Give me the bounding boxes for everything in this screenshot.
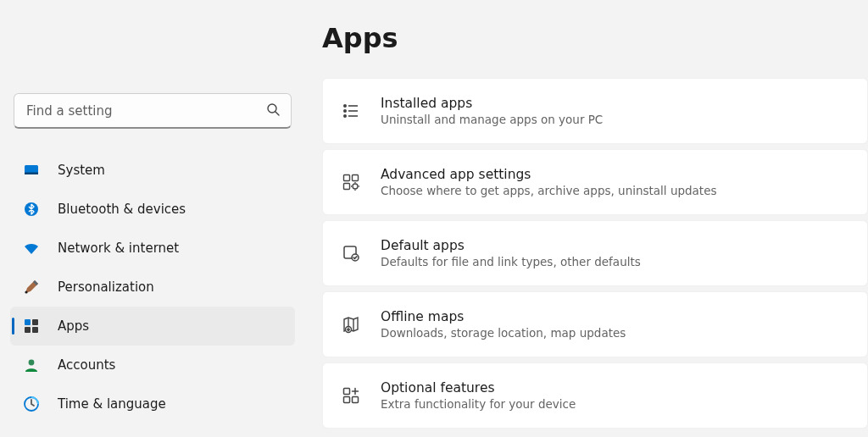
- card-installed-apps[interactable]: Installed apps Uninstall and manage apps…: [322, 78, 868, 144]
- card-text: Installed apps Uninstall and manage apps…: [381, 96, 603, 126]
- card-text: Optional features Extra functionality fo…: [381, 380, 576, 411]
- card-title: Offline maps: [381, 309, 626, 324]
- nav-item-bluetooth[interactable]: Bluetooth & devices: [10, 190, 295, 229]
- svg-rect-26: [344, 397, 350, 403]
- svg-point-10: [29, 360, 35, 366]
- nav-item-system[interactable]: System: [10, 151, 295, 190]
- nav-item-apps[interactable]: Apps: [10, 307, 295, 346]
- card-subtitle: Choose where to get apps, archive apps, …: [381, 184, 717, 197]
- nav-item-label: Network & internet: [58, 241, 179, 256]
- card-title: Installed apps: [381, 96, 603, 111]
- svg-rect-6: [25, 319, 31, 325]
- card-subtitle: Uninstall and manage apps on your PC: [381, 113, 603, 126]
- svg-rect-9: [32, 327, 38, 333]
- offline-maps-icon: [340, 313, 362, 335]
- card-default-apps[interactable]: Default apps Defaults for file and link …: [322, 220, 868, 286]
- search-container: [14, 93, 292, 129]
- nav-item-label: System: [58, 163, 105, 178]
- svg-point-5: [25, 290, 27, 293]
- nav-item-time-language[interactable]: Time & language: [10, 384, 295, 423]
- svg-rect-27: [353, 397, 359, 403]
- card-subtitle: Downloads, storage location, map updates: [381, 326, 626, 340]
- nav-item-label: Time & language: [58, 396, 166, 412]
- nav-item-network[interactable]: Network & internet: [10, 229, 295, 268]
- default-apps-icon: [340, 242, 362, 264]
- bluetooth-icon: [22, 200, 41, 218]
- svg-point-12: [344, 105, 346, 107]
- network-icon: [22, 239, 41, 257]
- cards-list: Installed apps Uninstall and manage apps…: [322, 78, 868, 429]
- nav-item-label: Apps: [58, 318, 89, 334]
- settings-app: System Bluetooth & devices Network & int…: [0, 0, 868, 437]
- card-text: Advanced app settings Choose where to ge…: [381, 167, 717, 197]
- card-advanced-app-settings[interactable]: Advanced app settings Choose where to ge…: [322, 149, 868, 215]
- nav-item-label: Personalization: [58, 279, 154, 295]
- svg-line-1: [275, 112, 279, 115]
- card-text: Offline maps Downloads, storage location…: [381, 309, 626, 340]
- search-icon: [266, 102, 280, 119]
- card-optional-features[interactable]: Optional features Extra functionality fo…: [322, 362, 868, 429]
- nav-item-label: Bluetooth & devices: [58, 202, 186, 217]
- svg-rect-3: [25, 173, 38, 175]
- page-title: Apps: [322, 22, 868, 54]
- optional-features-icon: [340, 384, 362, 407]
- svg-point-0: [268, 104, 276, 113]
- card-title: Optional features: [381, 380, 576, 396]
- sidebar-spacer: [10, 0, 295, 93]
- system-icon: [22, 161, 41, 180]
- nav-item-personalization[interactable]: Personalization: [10, 268, 295, 307]
- card-subtitle: Defaults for file and link types, other …: [381, 255, 641, 268]
- time-language-icon: [22, 395, 41, 413]
- card-title: Default apps: [381, 238, 641, 253]
- nav-list: System Bluetooth & devices Network & int…: [10, 151, 295, 423]
- card-subtitle: Extra functionality for your device: [381, 397, 576, 411]
- svg-rect-25: [344, 389, 350, 395]
- accounts-icon: [22, 356, 41, 374]
- card-text: Default apps Defaults for file and link …: [381, 238, 641, 268]
- svg-rect-7: [32, 319, 38, 325]
- advanced-settings-icon: [340, 171, 362, 193]
- svg-rect-8: [25, 327, 31, 333]
- personalization-icon: [22, 278, 41, 296]
- svg-point-16: [344, 115, 346, 117]
- search-input[interactable]: [14, 93, 292, 129]
- svg-point-14: [344, 110, 346, 112]
- apps-icon: [22, 317, 41, 335]
- installed-apps-icon: [340, 100, 362, 122]
- svg-point-21: [353, 184, 358, 189]
- svg-rect-19: [353, 175, 359, 181]
- main-content: Apps Installed apps Uninstall and manage…: [305, 0, 868, 437]
- svg-rect-20: [344, 184, 350, 190]
- card-title: Advanced app settings: [381, 167, 717, 182]
- sidebar: System Bluetooth & devices Network & int…: [0, 0, 305, 437]
- svg-rect-18: [344, 175, 350, 181]
- nav-item-accounts[interactable]: Accounts: [10, 346, 295, 384]
- nav-item-label: Accounts: [58, 357, 115, 373]
- card-offline-maps[interactable]: Offline maps Downloads, storage location…: [322, 291, 868, 357]
